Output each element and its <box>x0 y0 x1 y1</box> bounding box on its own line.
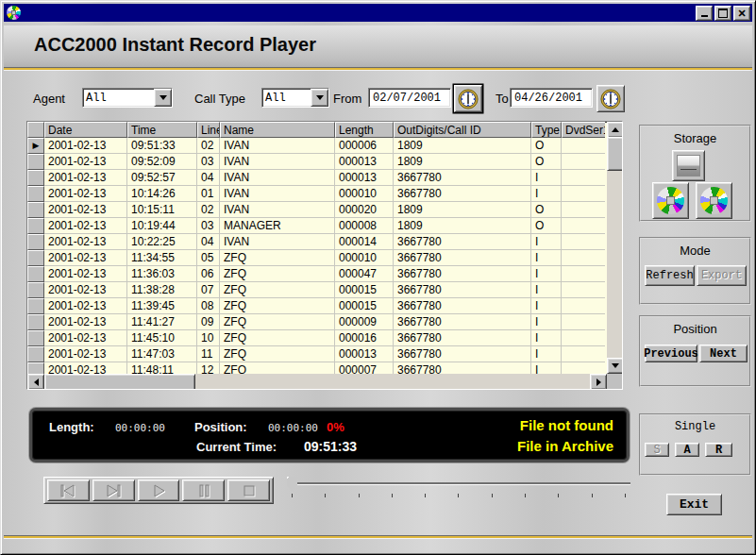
scroll-down-button[interactable] <box>607 358 623 374</box>
length-value: 00:00:00 <box>115 422 165 434</box>
titlebar[interactable]: ✕ <box>4 4 752 22</box>
seek-slider[interactable] <box>283 475 632 499</box>
position-value: 00:00:00 <box>268 422 318 434</box>
table-row[interactable]: 2001-02-13 11:39:45 08 ZFQ 000015 366778… <box>27 298 605 314</box>
row-selector-cell <box>27 250 44 266</box>
column-header[interactable]: OutDigits/Call ID <box>394 122 531 138</box>
table-row[interactable]: 2001-02-13 09:52:09 03 IVAN 000013 1809 … <box>27 154 605 170</box>
maximize-button[interactable] <box>714 6 731 21</box>
table-row[interactable]: 2001-02-13 10:15:11 02 IVAN 000020 1809 … <box>27 202 605 218</box>
table-row[interactable]: 2001-02-13 11:38:28 07 ZFQ 000015 366778… <box>27 282 605 298</box>
single-r-button[interactable]: R <box>705 443 732 457</box>
single-a-button[interactable]: A <box>675 443 699 457</box>
column-header[interactable]: Time <box>127 122 197 138</box>
mode-panel: Mode Refresh Export <box>639 237 751 305</box>
from-date-input[interactable]: 02/07/2001 <box>368 88 451 108</box>
slider-ticks <box>292 494 626 497</box>
grid-header-row: DateTimeLineNameLengthOutDigits/Call IDT… <box>27 122 605 138</box>
row-selector-cell <box>27 298 44 314</box>
call-records-grid[interactable]: DateTimeLineNameLengthOutDigits/Call IDT… <box>26 121 623 390</box>
single-title: Single <box>641 415 749 433</box>
status-line-2: File in Archive <box>517 438 613 454</box>
stop-button[interactable] <box>227 479 270 501</box>
row-selector-cell <box>27 186 44 202</box>
scroll-up-button[interactable] <box>607 122 623 138</box>
horizontal-scrollbar[interactable] <box>27 374 607 389</box>
table-body: ▶ 2001-02-13 09:51:33 02 IVAN 000006 180… <box>27 138 622 378</box>
hard-drive-icon <box>677 155 700 177</box>
call-type-label: Call Type <box>194 92 245 106</box>
next-button[interactable]: Next <box>699 345 748 362</box>
row-selector-cell <box>27 314 44 330</box>
export-button[interactable]: Export <box>697 265 747 286</box>
refresh-button[interactable]: Refresh <box>645 265 695 286</box>
column-header[interactable]: Date <box>44 122 127 138</box>
to-date-input[interactable]: 04/26/2001 <box>510 88 593 108</box>
transport-bar <box>43 477 274 504</box>
table-row[interactable]: 2001-02-13 11:41:27 09 ZFQ 000009 366778… <box>27 314 605 330</box>
cd-storage-button-2[interactable] <box>696 182 732 219</box>
table-row[interactable]: 2001-02-13 11:47:03 11 ZFQ 000013 366778… <box>27 346 605 362</box>
single-s-button[interactable]: S <box>645 443 669 457</box>
slider-thumb[interactable] <box>287 477 297 492</box>
current-time-value: 09:51:33 <box>304 439 357 454</box>
maximize-icon <box>718 8 728 18</box>
table-row[interactable]: 2001-02-13 10:19:44 03 MANAGER 000008 18… <box>27 218 605 234</box>
row-selector-cell <box>27 282 44 298</box>
position-label: Position: <box>194 420 247 434</box>
play-icon <box>147 483 170 498</box>
position-percent: 0% <box>327 420 344 434</box>
agent-dropdown-button[interactable] <box>154 89 172 107</box>
app-cd-disc-icon <box>7 6 21 20</box>
table-row[interactable]: 2001-02-13 10:14:26 01 IVAN 000010 36677… <box>27 186 605 202</box>
table-row[interactable]: 2001-02-13 11:45:10 10 ZFQ 000016 366778… <box>27 330 605 346</box>
to-calendar-button[interactable] <box>596 85 625 112</box>
slider-track[interactable] <box>291 482 630 485</box>
column-header[interactable]: Type <box>531 122 562 138</box>
exit-button[interactable]: Exit <box>666 494 722 515</box>
hard-drive-button[interactable] <box>672 150 705 181</box>
skip-start-button[interactable] <box>47 479 90 501</box>
length-label: Length: <box>49 420 94 434</box>
row-selector-cell <box>27 234 44 250</box>
position-title: Position <box>641 317 749 336</box>
agent-combobox[interactable]: All <box>82 88 173 108</box>
skip-end-icon <box>102 483 125 498</box>
header-band: ACC2000 Instant Record Player <box>4 25 752 67</box>
column-header[interactable]: Name <box>220 122 335 138</box>
cd-storage-button-1[interactable] <box>652 182 689 219</box>
column-header[interactable]: Line <box>197 122 220 138</box>
call-type-combobox[interactable]: All <box>261 88 329 108</box>
previous-button[interactable]: Previous <box>645 345 697 362</box>
row-selector-cell <box>27 266 44 282</box>
table-row[interactable]: 2001-02-13 09:52:57 04 IVAN 000013 36677… <box>27 170 605 186</box>
scroll-left-button[interactable] <box>27 374 44 390</box>
column-header[interactable]: Length <box>335 122 394 138</box>
clock-icon <box>458 89 479 109</box>
column-header[interactable]: DvdSer1 <box>562 122 605 138</box>
arrow-up-icon <box>612 127 619 132</box>
selector-column-header <box>27 122 44 138</box>
table-row[interactable]: 2001-02-13 10:22:25 04 IVAN 000014 36677… <box>27 234 605 250</box>
from-calendar-button[interactable] <box>454 85 482 112</box>
minimize-button[interactable] <box>696 6 713 21</box>
gold-separator-top <box>4 67 752 71</box>
horizontal-scroll-thumb[interactable] <box>44 374 195 390</box>
scrollbar-corner <box>607 374 622 389</box>
scroll-right-button[interactable] <box>590 374 607 390</box>
table-row[interactable]: ▶ 2001-02-13 09:51:33 02 IVAN 000006 180… <box>27 138 605 154</box>
table-row[interactable]: 2001-02-13 11:34:55 05 ZFQ 000010 366778… <box>27 250 605 266</box>
row-selector-cell <box>27 170 44 186</box>
table-row[interactable]: 2001-02-13 11:36:03 06 ZFQ 000047 366778… <box>27 266 605 282</box>
position-panel: Position Previous Next <box>639 315 751 387</box>
arrow-left-icon <box>34 378 39 386</box>
vertical-scrollbar[interactable] <box>607 122 622 374</box>
vertical-scroll-thumb[interactable] <box>607 137 623 171</box>
pause-button[interactable] <box>182 479 225 501</box>
call-type-value: All <box>262 92 311 105</box>
call-type-dropdown-button[interactable] <box>311 89 328 107</box>
close-button[interactable]: ✕ <box>733 6 750 21</box>
minimize-icon <box>701 15 708 17</box>
skip-end-button[interactable] <box>92 479 135 501</box>
play-button[interactable] <box>138 479 180 501</box>
